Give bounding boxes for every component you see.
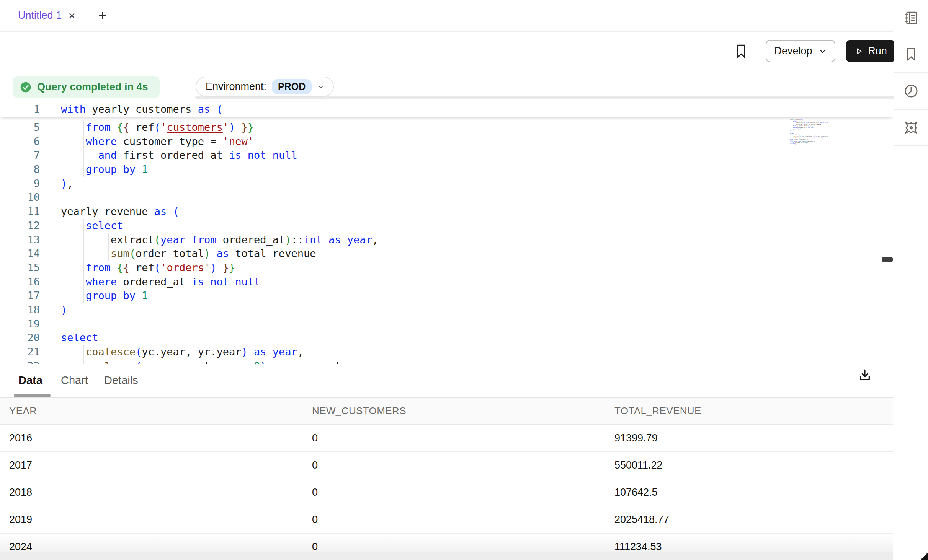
table-cell: 91399.79 [614, 432, 893, 444]
indent-guide [83, 135, 84, 149]
indent-guide [83, 120, 84, 135]
code-line-9[interactable]: 9), [0, 177, 893, 191]
table-cell: 111234.53 [614, 541, 893, 553]
run-label: Run [868, 45, 887, 57]
column-header-year: YEAR [9, 405, 312, 417]
line-number: 16 [0, 275, 45, 289]
code-line-16[interactable]: 16 where ordered_at is not null [0, 275, 893, 289]
tab-untitled-1[interactable]: Untitled 1 × [0, 0, 80, 31]
query-status-badge: Query completed in 4s [13, 76, 160, 98]
code-line-12[interactable]: 12 select [0, 219, 893, 233]
indent-guide [83, 247, 84, 261]
code-line-7[interactable]: 7 and first_ordered_at is not null [0, 148, 893, 163]
tab-close-icon[interactable]: × [69, 10, 75, 21]
indent-guide [83, 289, 84, 303]
line-number: 10 [0, 190, 45, 205]
bookmark-icon[interactable] [734, 43, 749, 60]
results-tab-details[interactable]: Details [104, 374, 138, 387]
code-line-20[interactable]: 20select [0, 331, 893, 345]
line-number: 18 [0, 303, 45, 317]
code-line-19[interactable]: 19 [0, 317, 893, 331]
results-tab-bar: DataChartDetails [0, 364, 893, 398]
indent-guide [83, 345, 84, 359]
bookmark-icon [903, 46, 919, 62]
code-line-14[interactable]: 14 sum(order_total) as total_revenue [0, 247, 893, 261]
query-status-text: Query completed in 4s [37, 81, 148, 93]
indent-guide [83, 233, 84, 247]
download-icon [857, 367, 873, 383]
play-icon [854, 47, 863, 56]
notebook-icon [903, 10, 919, 26]
environment-selector[interactable]: Environment: PROD [196, 77, 334, 97]
indent-guide [83, 275, 84, 289]
line-number: 15 [0, 261, 45, 275]
chevron-down-icon [819, 47, 827, 55]
line-number: 11 [0, 205, 45, 219]
right-sidebar [894, 0, 928, 560]
table-cell: 2025418.77 [614, 514, 893, 526]
line-number: 14 [0, 247, 45, 261]
table-cell: 107642.5 [614, 487, 893, 498]
develop-dropdown-button[interactable]: Develop [766, 40, 835, 62]
table-cell: 0 [312, 459, 614, 471]
sql-editor[interactable]: 1with yearly_customers as ( 5 from {{ re… [0, 103, 893, 364]
line-number: 7 [0, 148, 45, 163]
code-line-21[interactable]: 21 coalesce(yc.year, yr.year) as year, [0, 345, 893, 359]
table-row-2017: 20170550011.22 [0, 452, 893, 479]
editor-code-lines: 5 from {{ ref('customers') }}6 where cus… [0, 120, 893, 364]
table-cell: 0 [312, 432, 614, 444]
sidebar-bookmarks-button[interactable] [894, 36, 928, 73]
results-panel: DataChartDetails YEARNEW_CUSTOMERSTOTAL_… [0, 364, 893, 560]
new-tab-button[interactable]: + [91, 0, 114, 31]
code-line-8[interactable]: 8 group by 1 [0, 163, 893, 177]
column-header-total_revenue: TOTAL_REVENUE [614, 405, 893, 417]
table-cell: 0 [312, 487, 614, 498]
sidebar-history-button[interactable] [894, 73, 928, 110]
table-row-2016: 2016091399.79 [0, 425, 893, 452]
table-row-2019: 201902025418.77 [0, 506, 893, 534]
check-circle-icon [20, 81, 32, 93]
code-line-11[interactable]: 11yearly_revenue as ( [0, 205, 893, 219]
line-number: 17 [0, 289, 45, 303]
code-line-6[interactable]: 6 where customer_type = 'new' [0, 135, 893, 149]
sticky-scroll-line[interactable]: 1with yearly_customers as ( [0, 103, 893, 117]
table-cell: 0 [312, 541, 614, 553]
main-area: Untitled 1 × + Develop Run Query co [0, 0, 893, 560]
sidebar-notebook-button[interactable] [894, 0, 928, 36]
results-tab-chart[interactable]: Chart [61, 374, 88, 387]
code-line-10[interactable]: 10 [0, 190, 893, 205]
code-line-17[interactable]: 17 group by 1 [0, 289, 893, 303]
line-number: 1 [0, 103, 45, 117]
code-line-18[interactable]: 18) [0, 303, 893, 317]
table-cell: 2018 [9, 487, 312, 498]
table-cell: 2019 [9, 514, 312, 526]
results-tab-data[interactable]: Data [18, 374, 42, 387]
line-number: 13 [0, 233, 45, 247]
indent-guide [108, 247, 109, 261]
download-results-button[interactable] [857, 367, 874, 385]
chevron-down-icon [317, 83, 325, 91]
table-row-2018: 20180107642.5 [0, 479, 893, 506]
minimap-line: order by 1 [790, 143, 834, 145]
table-header-row: YEARNEW_CUSTOMERSTOTAL_REVENUE [0, 398, 893, 425]
window-resize-handle[interactable] [920, 552, 928, 560]
line-number: 6 [0, 135, 45, 149]
code-line-15[interactable]: 15 from {{ ref('orders') }} [0, 261, 893, 275]
tab-label: Untitled 1 [18, 10, 62, 21]
code-line-13[interactable]: 13 extract(year from ordered_at)::int as… [0, 233, 893, 247]
code-line-22[interactable]: 22 coalesce(yc.new_customers, 0) as new_… [0, 359, 893, 364]
sidebar-logo-button[interactable] [894, 110, 928, 146]
editor-scrollbar-thumb[interactable] [882, 257, 893, 262]
run-button[interactable]: Run [846, 40, 895, 62]
code-line-5[interactable]: 5 from {{ ref('customers') }} [0, 120, 893, 135]
line-number: 9 [0, 177, 45, 191]
develop-label: Develop [774, 45, 812, 57]
results-scrollbar-track[interactable] [0, 552, 893, 560]
table-cell: 550011.22 [614, 459, 893, 471]
indent-guide [83, 261, 84, 275]
table-cell: 2024 [9, 541, 312, 553]
code-line-1[interactable]: 1with yearly_customers as ( [0, 103, 893, 117]
line-number: 22 [0, 359, 45, 364]
indent-guide [108, 233, 109, 247]
line-number: 5 [0, 120, 45, 135]
